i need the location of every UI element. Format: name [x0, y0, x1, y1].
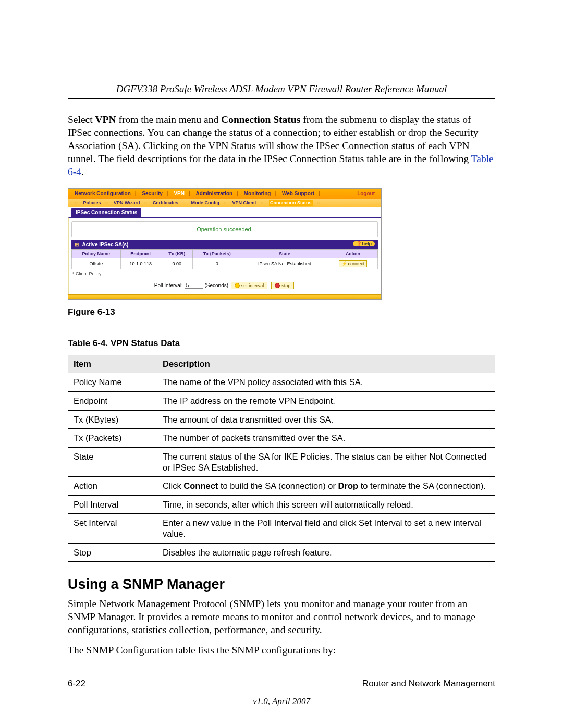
nav-item[interactable]: Web Support: [282, 191, 314, 196]
cell-desc: Time, in seconds, after which this scree…: [157, 495, 495, 514]
bold-connstatus: Connection Status: [221, 114, 300, 125]
nav-item[interactable]: Security: [142, 191, 162, 196]
ss-topnav: Network Configuration| Security| VPN| Ad…: [68, 189, 381, 199]
ss-footnote: * Client Policy: [68, 269, 381, 278]
set-interval-button[interactable]: set interval: [231, 282, 268, 290]
col-header: Tx (Packets): [193, 249, 241, 258]
cell-item: Poll Interval: [68, 495, 157, 514]
figure-caption: Figure 6-13: [68, 307, 495, 317]
help-button[interactable]: ❓help: [353, 241, 375, 246]
cell-item: Tx (KBytes): [68, 410, 157, 429]
stop-icon: [275, 283, 280, 288]
ss-subnav: :: Policies:: VPN Wizard:: Certificates:…: [68, 199, 381, 207]
bold-vpn: VPN: [95, 114, 116, 125]
cell-item: Stop: [68, 543, 157, 562]
bullet-icon: ⊞: [75, 242, 79, 248]
table-row: EndpointThe IP address on the remote VPN…: [68, 392, 495, 411]
cell-item: Action: [68, 477, 157, 496]
subnav-item[interactable]: VPN Wizard: [114, 200, 140, 205]
table-caption: Table 6-4. VPN Status Data: [68, 338, 495, 349]
col-header: State: [241, 249, 328, 258]
cell-item: Tx (Packets): [68, 429, 157, 448]
table-row: Tx (KBytes)The amount of data transmitte…: [68, 410, 495, 429]
cell-desc: Disables the automatic page refresh feat…: [157, 543, 495, 562]
table-row: Set IntervalEnter a new value in the Pol…: [68, 514, 495, 543]
cell-item: Set Interval: [68, 514, 157, 543]
ss-tab-label[interactable]: IPSec Connection Status: [71, 208, 141, 217]
poll-interval-input[interactable]: [185, 282, 203, 289]
table-row: Tx (Packets)The number of packets transm…: [68, 429, 495, 448]
footer-version: v1.0, April 2007: [68, 696, 495, 707]
subnav-item[interactable]: Mode Config: [191, 200, 220, 205]
nav-item-active[interactable]: VPN: [174, 191, 185, 196]
nav-item[interactable]: Administration: [196, 191, 233, 196]
ss-bottom-bar: [68, 294, 381, 299]
table-row: Policy NameThe name of the VPN policy as…: [68, 373, 495, 392]
cell-desc: Click Connect to build the SA (connectio…: [157, 477, 495, 496]
subnav-item[interactable]: Certificates: [153, 200, 178, 205]
cell-state: IPsec SA Not Established: [241, 258, 328, 269]
subnav-item[interactable]: VPN Client: [232, 200, 256, 205]
subnav-item-active[interactable]: Connection Status: [269, 200, 313, 206]
footer-rule: [68, 674, 495, 674]
ss-ipsec-table: Policy Name Endpoint Tx (KB) Tx (Packets…: [71, 249, 378, 269]
text: to terminate the SA (connection).: [358, 481, 486, 490]
intro-paragraph: Select VPN from the main menu and Connec…: [68, 114, 495, 179]
nav-item[interactable]: Monitoring: [244, 191, 271, 196]
text: Select: [68, 114, 95, 125]
text: from the main menu and: [116, 114, 221, 125]
text: .: [81, 166, 84, 177]
nav-logout[interactable]: Logout: [357, 191, 375, 196]
cell-desc: The amount of data transmitted over this…: [157, 410, 495, 429]
title-rule: [68, 98, 495, 99]
th-item: Item: [68, 355, 157, 373]
text: Click: [163, 481, 183, 490]
cell-desc: Enter a new value in the Poll Interval f…: [157, 514, 495, 543]
section-heading: Using a SNMP Manager: [68, 576, 495, 593]
connect-button[interactable]: connect: [339, 260, 368, 267]
table-row: Offsite 10.1.0.118 0.00 0 IPsec SA Not E…: [72, 258, 378, 269]
ss-status-msg: Operation succeeded.: [71, 221, 378, 237]
th-desc: Description: [157, 355, 495, 373]
ss-divider: [68, 217, 381, 218]
clock-icon: [235, 283, 240, 288]
cell-item: State: [68, 447, 157, 476]
snmp-paragraph-2: The SNMP Configuration table lists the S…: [68, 644, 495, 657]
cell-txpk: 0: [193, 258, 241, 269]
cell-action: connect: [328, 258, 377, 269]
cell-desc: The name of the VPN policy associated wi…: [157, 373, 495, 392]
table-row: StopDisables the automatic page refresh …: [68, 543, 495, 562]
cell-desc: The IP address on the remote VPN Endpoin…: [157, 392, 495, 411]
col-header: Endpoint: [120, 249, 161, 258]
page-number: 6-22: [68, 678, 85, 689]
cell-desc: The current status of the SA for IKE Pol…: [157, 447, 495, 476]
col-header: Action: [328, 249, 377, 258]
cell-policy: Offsite: [72, 258, 121, 269]
table-header-row: Policy Name Endpoint Tx (KB) Tx (Packets…: [72, 249, 378, 258]
col-header: Tx (KB): [161, 249, 192, 258]
figure-screenshot: Network Configuration| Security| VPN| Ad…: [68, 188, 495, 300]
table-row: StateThe current status of the SA for IK…: [68, 447, 495, 476]
poll-label: Poll Interval:: [154, 282, 183, 288]
cell-item: Policy Name: [68, 373, 157, 392]
ss-section-head: ⊞ Active IPSec SA(s) ❓help: [71, 240, 378, 249]
chapter-name: Router and Network Management: [362, 678, 495, 689]
col-header: Policy Name: [72, 249, 121, 258]
ss-section-title: Active IPSec SA(s): [82, 242, 128, 248]
doc-title: DGFV338 ProSafe Wireless ADSL Modem VPN …: [68, 83, 495, 95]
stop-button[interactable]: stop: [271, 282, 294, 290]
cell-item: Endpoint: [68, 392, 157, 411]
table-row: Poll IntervalTime, in seconds, after whi…: [68, 495, 495, 514]
nav-item[interactable]: Network Configuration: [75, 191, 131, 196]
table-row: Action Click Connect to build the SA (co…: [68, 477, 495, 496]
cell-desc: The number of packets transmitted over t…: [157, 429, 495, 448]
bold-connect: Connect: [183, 481, 218, 490]
cell-txkb: 0.00: [161, 258, 192, 269]
ss-poll-row: Poll Interval: (Seconds) set interval st…: [68, 278, 381, 295]
cell-endpoint: 10.1.0.118: [120, 258, 161, 269]
vpn-status-table: Item Description Policy NameThe name of …: [68, 355, 495, 562]
subnav-item[interactable]: Policies: [83, 200, 101, 205]
table-header-row: Item Description: [68, 355, 495, 373]
poll-unit: (Seconds): [204, 282, 228, 288]
bold-drop: Drop: [338, 481, 359, 490]
